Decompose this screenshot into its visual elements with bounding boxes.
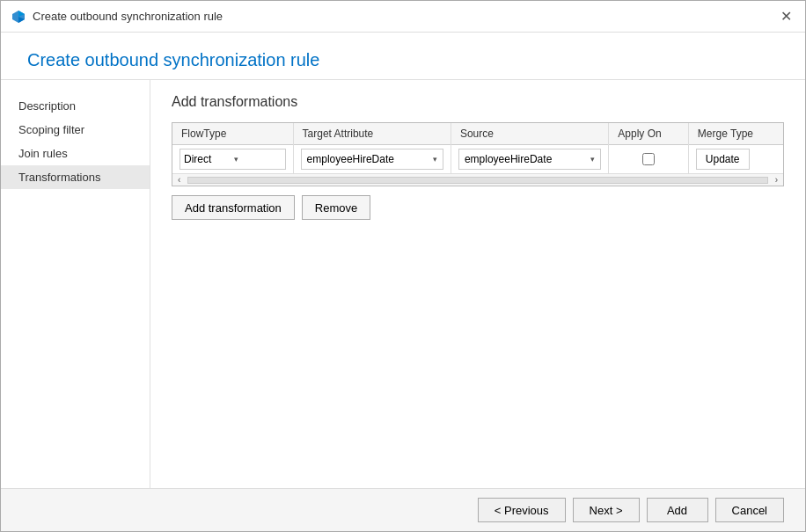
scroll-right-icon[interactable]: › — [772, 175, 781, 185]
source-chevron: ▾ — [590, 155, 595, 164]
col-apply-once: Apply On — [609, 123, 689, 145]
target-attribute-cell: employeeHireDate ▾ — [293, 145, 451, 174]
close-button[interactable]: ✕ — [777, 8, 795, 26]
sidebar-item-scoping-filter[interactable]: Scoping filter — [1, 118, 150, 142]
content-area: Description Scoping filter Join rules Tr… — [1, 80, 805, 488]
transformations-table: FlowType Target Attribute Source Apply O… — [172, 123, 783, 173]
title-bar: Create outbound synchronization rule ✕ — [1, 1, 805, 33]
sidebar: Description Scoping filter Join rules Tr… — [1, 80, 150, 488]
sidebar-item-transformations[interactable]: Transformations — [1, 165, 150, 189]
dialog-title: Create outbound synchronization rule — [33, 10, 223, 23]
action-buttons: Add transformation Remove — [172, 195, 784, 220]
section-title: Add transformations — [172, 94, 784, 110]
col-flow-type: FlowType — [172, 123, 293, 145]
sidebar-item-description[interactable]: Description — [1, 94, 150, 118]
flow-type-value: Direct — [184, 153, 231, 165]
cancel-button[interactable]: Cancel — [715, 498, 784, 522]
apply-once-checkbox-container — [616, 153, 681, 165]
table-row: Direct ▾ employeeHireDate ▾ — [172, 145, 783, 174]
app-icon — [11, 10, 26, 24]
close-icon: ✕ — [780, 8, 792, 25]
col-merge-type: Merge Type — [688, 123, 783, 145]
remove-button[interactable]: Remove — [302, 195, 370, 220]
col-source: Source — [451, 123, 608, 145]
merge-type-button[interactable]: Update — [696, 149, 750, 170]
next-button[interactable]: Next > — [573, 498, 640, 522]
target-attribute-chevron: ▾ — [433, 155, 437, 164]
page-title: Create outbound synchronization rule — [27, 50, 779, 70]
transformations-table-container: FlowType Target Attribute Source Apply O… — [172, 122, 784, 186]
target-attribute-value: employeeHireDate — [307, 153, 394, 165]
col-target-attribute: Target Attribute — [293, 123, 451, 145]
horizontal-scrollbar[interactable]: ‹ › — [172, 173, 783, 186]
sidebar-item-join-rules[interactable]: Join rules — [1, 142, 150, 165]
footer: < Previous Next > Add Cancel — [1, 488, 805, 531]
source-select[interactable]: employeeHireDate ▾ — [458, 149, 601, 170]
merge-type-cell: Update — [688, 145, 783, 174]
add-transformation-button[interactable]: Add transformation — [172, 195, 295, 220]
apply-once-checkbox[interactable] — [642, 153, 655, 165]
source-value: employeeHireDate — [465, 153, 552, 165]
flow-type-chevron: ▾ — [234, 155, 281, 164]
flow-type-cell: Direct ▾ — [172, 145, 293, 174]
dialog-header: Create outbound synchronization rule — [1, 33, 805, 80]
title-bar-left: Create outbound synchronization rule — [11, 10, 223, 24]
target-attribute-select[interactable]: employeeHireDate ▾ — [301, 149, 443, 170]
scroll-track[interactable] — [187, 177, 767, 184]
main-content: Add transformations FlowType Target Attr… — [150, 80, 805, 488]
table-header-row: FlowType Target Attribute Source Apply O… — [172, 123, 783, 145]
source-cell: employeeHireDate ▾ — [451, 145, 608, 174]
add-button[interactable]: Add — [647, 498, 708, 522]
dialog: Create outbound synchronization rule ✕ C… — [0, 0, 806, 532]
scroll-left-icon[interactable]: ‹ — [174, 175, 184, 185]
flow-type-select[interactable]: Direct ▾ — [180, 149, 286, 170]
previous-button[interactable]: < Previous — [478, 498, 566, 522]
apply-once-cell — [609, 145, 689, 174]
